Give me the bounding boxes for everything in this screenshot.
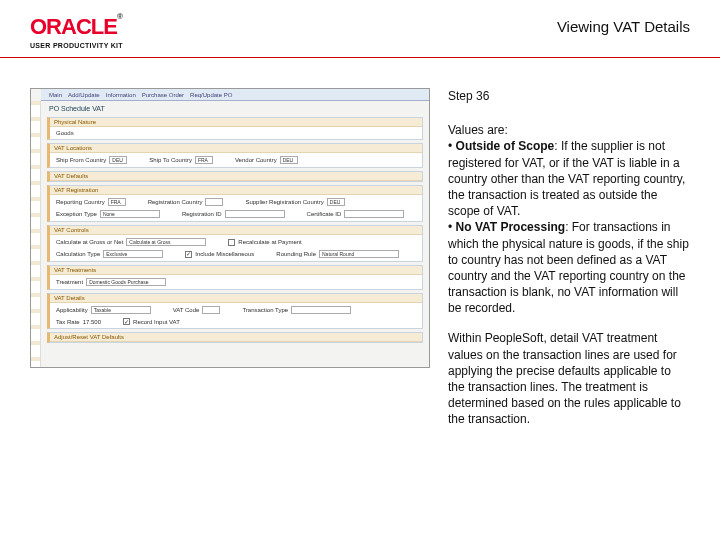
reg-id-input[interactable] [225,210,285,218]
label: Applicability [56,307,88,313]
supplier-reg-input[interactable]: DEU [327,198,345,206]
label: Include Miscellaneous [195,251,254,257]
section-vat-defaults: VAT Defaults [47,171,423,182]
section-head: Physical Nature [50,118,422,127]
tab[interactable]: Req/Update PO [190,92,232,98]
ship-to-input[interactable]: FRA [195,156,213,164]
section-vat-details: VAT Details ApplicabilityTaxable VAT Cod… [47,293,423,329]
label: Calculation Type [56,251,100,257]
label: Certificate ID [307,211,342,217]
bullet-label: No VAT Processing [456,220,566,234]
content-row: Main Add/Update Information Purchase Ord… [0,58,720,452]
vat-code-input[interactable] [202,306,220,314]
exception-input[interactable]: None [100,210,160,218]
bullet-text: : For transactions in which the physical… [448,220,689,315]
label: Vendor Country [235,157,277,163]
section-head: Adjust/Reset VAT Defaults [50,333,422,342]
upk-text: USER PRODUCTIVITY KIT [30,42,123,49]
oracle-logo: ORACLE® [30,14,123,40]
record-input-checkbox[interactable]: ✓ [123,318,130,325]
explanation-paragraph: Within PeopleSoft, detail VAT treatment … [448,330,690,427]
label: Registration Country [148,199,203,205]
tab[interactable]: Information [106,92,136,98]
calc-type-select[interactable]: Exclusive [103,250,163,258]
label: VAT Code [173,307,200,313]
tab[interactable]: Main [49,92,62,98]
tab[interactable]: Purchase Order [142,92,184,98]
section-head: VAT Controls [50,226,422,235]
txn-type-input[interactable] [291,306,351,314]
ship-from-input[interactable]: DEU [109,156,127,164]
section-adjust-reset: Adjust/Reset VAT Defaults [47,332,423,343]
app-tabbar: Main Add/Update Information Purchase Ord… [41,89,429,101]
label: Exception Type [56,211,97,217]
section-head: VAT Details [50,294,422,303]
cert-input[interactable] [344,210,404,218]
value-text: Goods [56,130,74,136]
label: Ship From Country [56,157,106,163]
section-head: VAT Registration [50,186,422,195]
step-number: Step 36 [448,88,690,104]
brand-text: ORACLE [30,14,117,39]
app-screenshot: Main Add/Update Information Purchase Ord… [30,88,430,368]
section-vat-locations: VAT Locations Ship From CountryDEU Ship … [47,143,423,168]
intro-text: Values are: [448,123,508,137]
label: Supplier Registration Country [245,199,323,205]
include-checkbox[interactable]: ✓ [185,251,192,258]
tab[interactable]: Add/Update [68,92,100,98]
label: Tax Rate [56,319,80,325]
bullet-label: Outside of Scope [456,139,555,153]
label: Registration ID [182,211,222,217]
reporting-input[interactable]: FRA [108,198,126,206]
applicability-select[interactable]: Taxable [91,306,151,314]
label: Rounding Rule [276,251,316,257]
section-physical-nature: Physical Nature Goods [47,117,423,140]
label: Reporting Country [56,199,105,205]
tax-rate-text: 17.500 [83,319,101,325]
label: Calculate at Gross or Net [56,239,123,245]
section-head: VAT Treatments [50,266,422,275]
label: Treatment [56,279,83,285]
left-strip-decoration [31,101,41,367]
section-vat-registration: VAT Registration Reporting CountryFRA Re… [47,185,423,222]
logo-area: ORACLE® USER PRODUCTIVITY KIT [30,14,123,49]
treatment-select[interactable]: Domestic Goods Purchase [86,278,166,286]
section-vat-treatments: VAT Treatments TreatmentDomestic Goods P… [47,265,423,290]
screenshot-column: Main Add/Update Information Purchase Ord… [30,88,430,368]
recalc-checkbox[interactable] [228,239,235,246]
values-paragraph: Values are: • Outside of Scope: If the s… [448,122,690,316]
section-head: VAT Defaults [50,172,422,181]
page-title: Viewing VAT Details [557,18,690,35]
rounding-select[interactable]: Natural Round [319,250,399,258]
reg-country-input[interactable] [205,198,223,206]
instruction-column: Step 36 Values are: • Outside of Scope: … [430,88,690,442]
header: ORACLE® USER PRODUCTIVITY KIT Viewing VA… [0,0,720,58]
section-head: VAT Locations [50,144,422,153]
calc-gross-select[interactable]: Calculate at Gross [126,238,206,246]
label: Transaction Type [242,307,288,313]
screen-title: PO Schedule VAT [41,101,429,114]
label: Ship To Country [149,157,192,163]
label: Recalculate at Payment [238,239,301,245]
vendor-country-input[interactable]: DEU [280,156,298,164]
section-vat-controls: VAT Controls Calculate at Gross or NetCa… [47,225,423,262]
label: Record Input VAT [133,319,180,325]
